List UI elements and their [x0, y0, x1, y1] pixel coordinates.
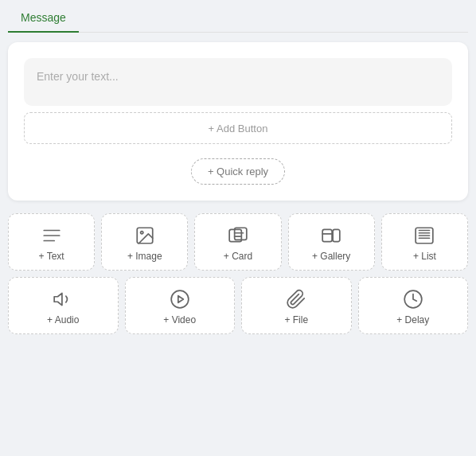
component-list[interactable]: + List	[381, 213, 468, 271]
add-button-row[interactable]: + Add Button	[24, 112, 452, 144]
component-file[interactable]: + File	[241, 277, 352, 334]
component-audio-label: + Audio	[47, 314, 79, 325]
file-icon	[286, 289, 306, 310]
svg-marker-17	[54, 293, 62, 305]
delay-icon	[403, 289, 423, 310]
component-image[interactable]: + Image	[101, 213, 188, 271]
message-card: Enter your text... + Add Button + Quick …	[8, 42, 468, 201]
quick-reply-row: + Quick reply	[24, 158, 452, 185]
image-icon	[135, 225, 155, 246]
text-input-placeholder: Enter your text...	[37, 70, 119, 83]
svg-rect-10	[333, 229, 340, 241]
components-grid-row2: + Audio + Video + File + Delay	[8, 277, 468, 334]
svg-point-18	[171, 290, 189, 308]
gallery-icon	[321, 225, 341, 246]
component-video[interactable]: + Video	[125, 277, 236, 334]
card-icon	[228, 225, 248, 246]
audio-icon	[53, 289, 73, 310]
component-delay-label: + Delay	[396, 314, 429, 325]
svg-rect-9	[322, 229, 332, 241]
component-audio[interactable]: + Audio	[8, 277, 119, 334]
component-video-label: + Video	[163, 314, 196, 325]
tab-bar: Message	[8, 0, 468, 33]
component-file-label: + File	[284, 314, 308, 325]
component-list-label: + List	[413, 251, 436, 262]
component-gallery-label: + Gallery	[312, 251, 350, 262]
component-delay[interactable]: + Delay	[358, 277, 469, 334]
page-container: Message Enter your text... + Add Button …	[0, 0, 476, 456]
tab-message[interactable]: Message	[8, 0, 79, 32]
list-icon	[414, 225, 435, 246]
text-icon	[41, 225, 62, 246]
component-card[interactable]: + Card	[194, 213, 281, 271]
svg-point-4	[140, 232, 142, 234]
svg-marker-19	[178, 296, 184, 303]
video-icon	[170, 289, 190, 310]
component-text-label: + Text	[39, 251, 64, 262]
component-text[interactable]: + Text	[8, 213, 95, 271]
component-card-label: + Card	[224, 251, 252, 262]
component-image-label: + Image	[127, 251, 162, 262]
quick-reply-button[interactable]: + Quick reply	[191, 158, 285, 185]
component-gallery[interactable]: + Gallery	[288, 213, 375, 271]
components-grid-row1: + Text + Image + Card	[8, 213, 468, 271]
text-input-area[interactable]: Enter your text...	[24, 58, 452, 106]
